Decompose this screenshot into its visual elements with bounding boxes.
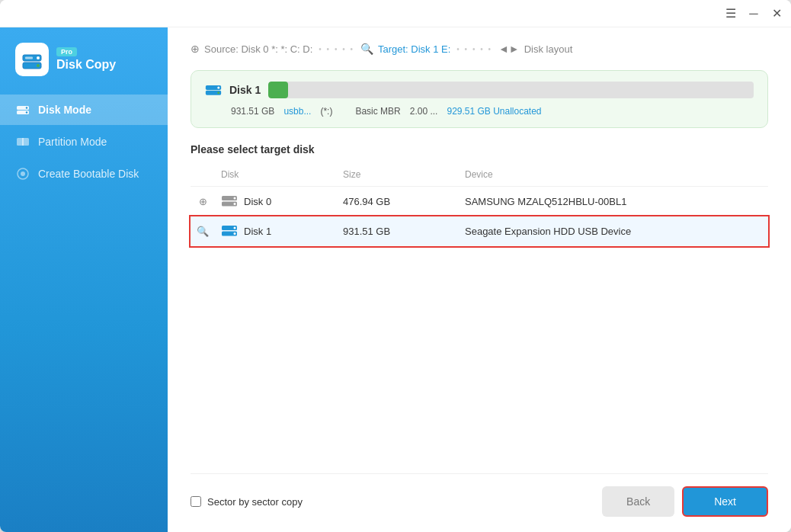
svg-point-15 [217, 87, 219, 89]
disk-detail-extra1: (*:) [320, 106, 332, 117]
top-nav: ⊕ Source: Disk 0 *: *: C: D: • • • • • 🔍… [191, 43, 768, 55]
section-title: Please select target disk [191, 143, 768, 155]
disk-mode-icon [15, 102, 30, 117]
svg-point-8 [26, 111, 27, 113]
table-header: Disk Size Device [191, 166, 768, 187]
th-disk: Disk [215, 166, 337, 187]
sector-copy-checkbox[interactable] [191, 496, 201, 507]
sector-copy-label: Sector by sector copy [207, 496, 303, 508]
logo-svg [21, 49, 43, 70]
disk-detail-unalloc: 929.51 GB Unallocated [447, 106, 541, 117]
sector-copy-checkbox-label[interactable]: Sector by sector copy [191, 496, 303, 508]
disk-detail-size: 931.51 GB [231, 106, 274, 117]
sidebar-logo: Pro Disk Copy [0, 43, 168, 95]
disk-table: Disk Size Device ⊕ [191, 166, 768, 246]
row1-size: 931.51 GB [343, 226, 390, 237]
svg-point-16 [217, 91, 219, 94]
th-device: Device [459, 166, 768, 187]
disk1-preview-name: Disk 1 [229, 84, 261, 96]
logo-text-group: Pro Disk Copy [56, 47, 116, 72]
disk-detail-mbr: Basic MBR [355, 106, 400, 117]
source-step: ⊕ Source: Disk 0 *: *: C: D: [191, 43, 312, 55]
target-step-icon: 🔍 [360, 43, 373, 55]
svg-point-2 [37, 56, 40, 59]
source-indicator-icon: ⊕ [199, 196, 207, 207]
sidebar-create-bootable-label: Create Bootable Disk [38, 168, 139, 180]
svg-point-23 [234, 227, 236, 229]
main-layout: Pro Disk Copy Disk Mode [0, 27, 791, 532]
row1-device-cell: Seagate Expansion HDD USB Device [459, 216, 768, 246]
svg-point-3 [37, 64, 40, 67]
button-group: Back Next [602, 486, 768, 517]
disk-detail-size2: 2.00 ... [410, 106, 438, 117]
disk-layout-step: ◄► Disk layout [498, 43, 572, 55]
titlebar: ☰ ─ ✕ [0, 0, 791, 27]
row1-indicator-cell: 🔍 [191, 216, 215, 246]
svg-point-20 [234, 203, 236, 205]
disk-preview-card: Disk 1 931.51 GB usbb... (*:) Basic MBR … [191, 70, 768, 128]
svg-point-19 [234, 197, 236, 200]
bottom-bar: Sector by sector copy Back Next [191, 473, 768, 517]
row0-indicator-cell: ⊕ [191, 187, 215, 216]
table-body: ⊕ Disk 0 [191, 187, 768, 246]
svg-point-7 [26, 107, 27, 108]
target-indicator-icon: 🔍 [197, 226, 209, 237]
app-title: Disk Copy [56, 58, 116, 72]
target-step: 🔍 Target: Disk 1 E: [360, 43, 450, 55]
table-row[interactable]: ⊕ Disk 0 [191, 187, 768, 216]
sidebar-partition-mode-label: Partition Mode [38, 136, 107, 148]
source-step-label: Source: Disk 0 *: *: C: D: [204, 43, 312, 55]
disk-preview-header: Disk 1 [205, 82, 754, 98]
target-step-label: Target: Disk 1 E: [378, 43, 450, 55]
disk-layout-label: Disk layout [524, 43, 573, 55]
menu-button[interactable]: ☰ [725, 8, 736, 19]
create-bootable-icon [15, 166, 30, 181]
minimize-button[interactable]: ─ [748, 8, 759, 19]
disk1-preview-icon [205, 83, 222, 97]
close-button[interactable]: ✕ [771, 8, 782, 19]
row0-disk-name: Disk 0 [244, 196, 271, 207]
nav-dots-1: • • • • • [319, 45, 354, 53]
pro-badge: Pro [56, 47, 77, 56]
sidebar-item-disk-mode[interactable]: Disk Mode [0, 95, 168, 125]
row0-disk-cell: Disk 0 [215, 187, 337, 216]
row0-size-cell: 476.94 GB [337, 187, 459, 216]
disk-bar-fill [268, 82, 287, 98]
row0-size: 476.94 GB [343, 196, 390, 207]
row1-disk-name-cell: Disk 1 [221, 224, 331, 238]
partition-mode-icon [15, 134, 30, 149]
logo-icon [15, 43, 49, 76]
svg-point-24 [234, 232, 236, 235]
table-header-row: Disk Size Device [191, 166, 768, 187]
sidebar-nav: Disk Mode Partition Mode [0, 95, 168, 189]
next-button[interactable]: Next [682, 486, 768, 517]
sidebar: Pro Disk Copy Disk Mode [0, 27, 168, 532]
th-size: Size [337, 166, 459, 187]
content-area: ⊕ Source: Disk 0 *: *: C: D: • • • • • 🔍… [168, 27, 791, 532]
source-step-icon: ⊕ [191, 43, 200, 55]
row0-disk-name-cell: Disk 0 [221, 194, 331, 208]
disk-detail-row-2: Basic MBR 2.00 ... 929.51 GB Unallocated [355, 106, 541, 117]
disk-detail-usb-label: usbb... [283, 106, 311, 117]
nav-dots-2: • • • • • [456, 45, 492, 53]
sidebar-item-create-bootable[interactable]: Create Bootable Disk [0, 159, 168, 189]
row1-disk-name: Disk 1 [244, 226, 271, 237]
disk-bar-container [268, 82, 754, 98]
sidebar-disk-mode-label: Disk Mode [38, 104, 91, 116]
row1-size-cell: 931.51 GB [337, 216, 459, 246]
disk1-icon [221, 224, 238, 238]
disk-detail-row-1: 931.51 GB usbb... (*:) [231, 106, 332, 117]
window-controls: ☰ ─ ✕ [725, 8, 782, 19]
row1-device: Seagate Expansion HDD USB Device [465, 226, 631, 237]
svg-point-12 [21, 171, 25, 176]
disk-preview-details: 931.51 GB usbb... (*:) Basic MBR 2.00 ..… [205, 106, 754, 117]
th-indicator [191, 166, 215, 187]
back-button[interactable]: Back [602, 486, 674, 517]
table-row[interactable]: 🔍 Disk 1 [191, 216, 768, 246]
row1-disk-cell: Disk 1 [215, 216, 337, 246]
row0-device: SAMSUNG MZALQ512HBLU-00BL1 [465, 196, 626, 207]
svg-rect-4 [25, 57, 33, 59]
main-window: ☰ ─ ✕ Pro Disk Copy [0, 0, 791, 532]
disk0-icon [221, 194, 238, 208]
sidebar-item-partition-mode[interactable]: Partition Mode [0, 127, 168, 157]
